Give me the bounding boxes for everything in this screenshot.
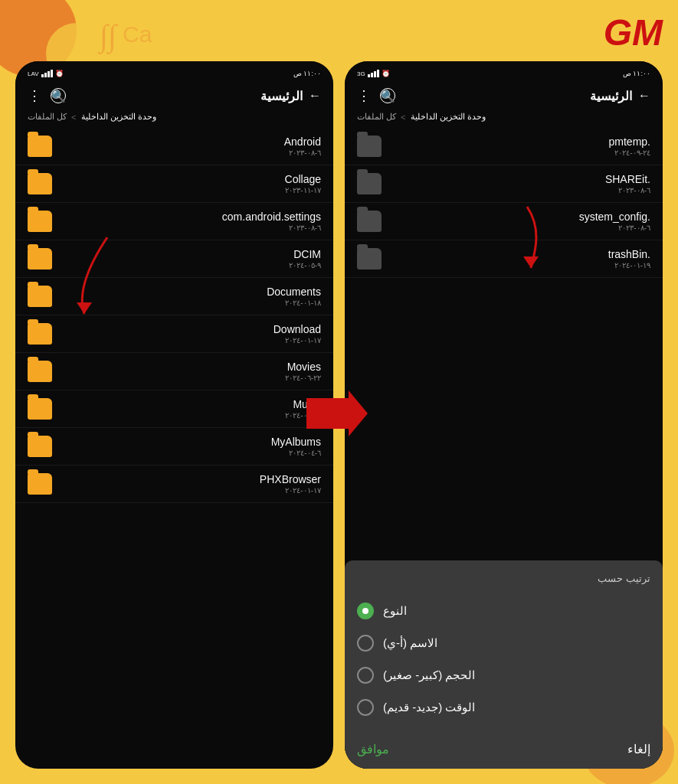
right-breadcrumb-storage: وحدة التخزين الداخلية <box>411 112 486 122</box>
right-folder-item[interactable]: .trashBin ١٩-٠١-٢٠٢٤ <box>345 240 663 278</box>
right-signal-bar-4 <box>377 70 379 77</box>
left-file-date-2: ٦-٠٨-٢٠٢٣ <box>60 224 321 232</box>
signal-bar-4 <box>51 70 53 77</box>
phones-container: LAV ⏰ ١١:٠٠ ص ⋮ 🔍 الرئيسية ← <box>15 61 663 769</box>
left-folder-item[interactable]: com.android.settings ٦-٠٨-٢٠٢٣ <box>15 203 333 240</box>
right-file-name-0: .pmtemp <box>389 136 650 148</box>
right-folder-icon-2 <box>357 211 382 232</box>
left-file-name-0: Android <box>60 136 321 148</box>
sort-option-1[interactable]: الاسم (أ-ي) <box>357 627 650 659</box>
right-title-area: الرئيسية ← <box>590 89 650 103</box>
left-folder-icon-5 <box>28 323 52 345</box>
right-status-left: 3G ⏰ <box>357 70 390 77</box>
left-file-info-6: Movies ٢٢-٠٦-٢٠٢٤ <box>60 361 321 382</box>
right-folder-icon-3 <box>357 248 382 270</box>
left-folder-item[interactable]: Documents ١٨-٠١-٢٠٢٤ <box>15 278 333 315</box>
right-breadcrumb: وحدة التخزين الداخلية > كل الملفات <box>345 109 663 128</box>
left-file-info-2: com.android.settings ٦-٠٨-٢٠٢٣ <box>60 211 321 232</box>
left-status-left: LAV ⏰ <box>28 70 64 77</box>
right-file-name-3: .trashBin <box>389 248 650 260</box>
sort-option-label-2: الحجم (كبير- صغير) <box>383 668 475 682</box>
signal-bar-1 <box>41 74 44 77</box>
left-search-icon[interactable]: 🔍 <box>51 88 66 103</box>
left-folder-icon-4 <box>28 286 52 307</box>
left-folder-icon-6 <box>28 361 52 382</box>
left-file-info-1: Collage ١٧-١١-٢٠٢٣ <box>60 173 321 194</box>
right-alarm-icon: ⏰ <box>382 70 390 77</box>
left-file-info-3: DCIM ٩-٠٥-٢٠٢٤ <box>60 248 321 270</box>
left-file-date-3: ٩-٠٥-٢٠٢٤ <box>60 261 321 270</box>
left-file-name-7: Music <box>60 398 321 410</box>
sort-option-3[interactable]: الوقت (جديد- قديم) <box>357 691 650 724</box>
left-alarm-icon: ⏰ <box>55 70 64 77</box>
left-folder-item[interactable]: Music ٢٦-٠٨-٢٠٢٤ <box>15 390 333 428</box>
left-file-name-1: Collage <box>60 173 321 185</box>
right-file-info-3: .trashBin ١٩-٠١-٢٠٢٤ <box>389 248 650 270</box>
left-file-date-8: ٦-٠٤-٢٠٢٤ <box>60 449 321 457</box>
gm-logo: GM <box>604 11 663 54</box>
left-breadcrumb-storage: وحدة التخزين الداخلية <box>81 112 156 122</box>
left-folder-icon-0 <box>28 136 52 157</box>
right-file-info-2: .system_config ٦-٠٨-٢٠٢٣ <box>389 211 650 232</box>
signal-bar-3 <box>47 71 50 77</box>
right-folder-icon-0 <box>357 136 382 157</box>
left-back-arrow[interactable]: ← <box>309 89 321 103</box>
sort-confirm-button[interactable]: موافق <box>357 742 389 756</box>
left-folder-item[interactable]: PHXBrowser ١٧-٠١-٢٠٢٤ <box>15 466 333 503</box>
sort-radio-3[interactable] <box>357 699 374 716</box>
left-title: الرئيسية <box>260 89 303 103</box>
sort-radio-1[interactable] <box>357 635 374 652</box>
left-status-bar: LAV ⏰ ١١:٠٠ ص <box>15 61 333 83</box>
left-folder-icon-9 <box>28 473 52 495</box>
left-file-name-6: Movies <box>60 361 321 373</box>
sort-dialog-actions: موافق إلغاء <box>357 734 650 756</box>
sort-options-container: النوع الاسم (أ-ي) الحجم (كبير- صغير) الو… <box>357 595 650 724</box>
left-folder-item[interactable]: DCIM ٩-٠٥-٢٠٢٤ <box>15 240 333 278</box>
right-menu-dots[interactable]: ⋮ <box>357 87 371 104</box>
sort-radio-2[interactable] <box>357 667 374 684</box>
sort-option-2[interactable]: الحجم (كبير- صغير) <box>357 659 650 691</box>
left-top-bar-left: ⋮ 🔍 <box>28 87 66 104</box>
right-breadcrumb-sep: > <box>401 113 405 122</box>
sort-cancel-button[interactable]: إلغاء <box>627 742 650 756</box>
left-file-name-5: Download <box>60 323 321 335</box>
left-folder-item[interactable]: Collage ١٧-١١-٢٠٢٣ <box>15 165 333 203</box>
right-folder-item[interactable]: .SHAREit ٦-٠٨-٢٠٢٣ <box>345 165 663 203</box>
left-folder-item[interactable]: Movies ٢٢-٠٦-٢٠٢٤ <box>15 353 333 390</box>
right-breadcrumb-all: كل الملفات <box>357 112 396 122</box>
left-folder-item[interactable]: Download ١٧-٠١-٢٠٢٤ <box>15 315 333 353</box>
left-file-name-4: Documents <box>60 286 321 298</box>
sort-option-label-1: الاسم (أ-ي) <box>383 636 437 650</box>
right-file-info-1: .SHAREit ٦-٠٨-٢٠٢٣ <box>389 173 650 194</box>
left-file-info-8: MyAlbums ٦-٠٤-٢٠٢٤ <box>60 436 321 457</box>
left-folder-icon-8 <box>28 436 52 457</box>
right-search-icon[interactable]: 🔍 <box>380 88 395 103</box>
left-file-name-8: MyAlbums <box>60 436 321 448</box>
right-phone: 3G ⏰ ١١:٠٠ ص ⋮ 🔍 الرئيسية ← <box>345 61 663 769</box>
signal-bar-2 <box>44 73 47 77</box>
right-file-date-2: ٦-٠٨-٢٠٢٣ <box>389 224 650 232</box>
sort-option-label-3: الوقت (جديد- قديم) <box>383 701 475 714</box>
left-file-list: Android ٦-٠٨-٢٠٢٣ Collage ١٧-١١-٢٠٢٣ com… <box>15 128 333 769</box>
sort-option-label-0: النوع <box>383 604 407 618</box>
left-file-name-9: PHXBrowser <box>60 473 321 485</box>
left-breadcrumb-sep: > <box>71 113 76 122</box>
left-signal-bars <box>41 70 53 77</box>
left-folder-item[interactable]: Android ٦-٠٨-٢٠٢٣ <box>15 128 333 165</box>
right-status-right: ١١:٠٠ ص <box>623 70 650 77</box>
right-folder-item[interactable]: .system_config ٦-٠٨-٢٠٢٣ <box>345 203 663 240</box>
sort-radio-0[interactable] <box>357 603 374 619</box>
left-file-name-3: DCIM <box>60 248 321 260</box>
right-signal-bar-2 <box>371 73 373 77</box>
right-back-arrow[interactable]: ← <box>638 89 650 103</box>
right-file-date-0: ٢٤-٠٩-٢٠٢٤ <box>389 149 650 157</box>
sort-option-0[interactable]: النوع <box>357 595 650 627</box>
left-folder-item[interactable]: MyAlbums ٦-٠٤-٢٠٢٤ <box>15 428 333 466</box>
left-folder-icon-1 <box>28 173 52 194</box>
right-title: الرئيسية <box>590 89 632 103</box>
sort-dialog: ترتيب حسب النوع الاسم (أ-ي) الحجم (كبير-… <box>345 560 663 769</box>
left-menu-dots[interactable]: ⋮ <box>28 87 41 104</box>
left-file-date-7: ٢٦-٠٨-٢٠٢٤ <box>60 411 321 420</box>
right-folder-item[interactable]: .pmtemp ٢٤-٠٩-٢٠٢٤ <box>345 128 663 165</box>
right-network-label: 3G <box>357 70 365 77</box>
